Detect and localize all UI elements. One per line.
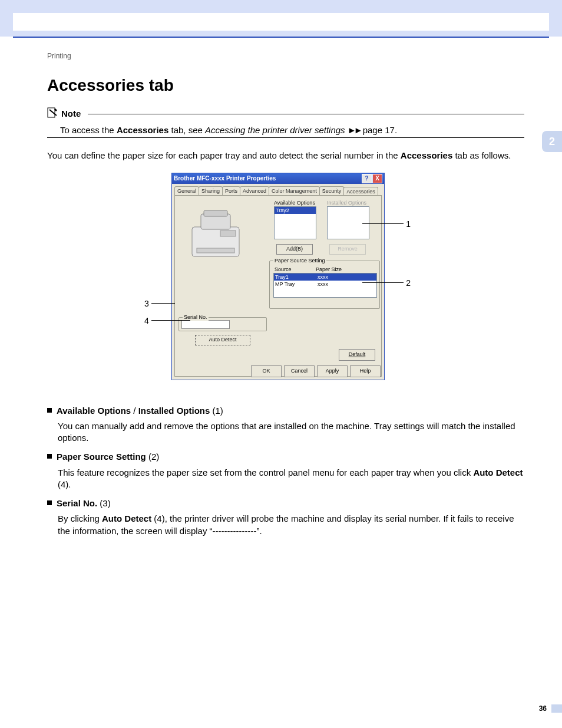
note-body: To access the Accessories tab, see Acces…: [60, 124, 524, 136]
tab-security[interactable]: Security: [319, 186, 345, 195]
table-row[interactable]: Tray1xxxx: [274, 274, 376, 281]
tab-general[interactable]: General: [174, 186, 199, 195]
available-option-item[interactable]: Tray2: [275, 207, 316, 214]
page-number: 36: [539, 704, 547, 713]
window-title: Brother MFC-xxxx Printer Properties: [174, 174, 276, 183]
callout-line: [362, 223, 404, 224]
ok-button[interactable]: OK: [251, 365, 282, 377]
pss-column-source: Source: [275, 266, 292, 273]
callout-1: 1: [406, 219, 411, 230]
callout-3: 3: [144, 298, 149, 309]
svg-rect-3: [204, 210, 227, 216]
page-top-band: [0, 0, 562, 37]
running-head: Printing: [47, 52, 71, 60]
tab-strip: General Sharing Ports Advanced Color Man…: [172, 184, 384, 195]
default-button[interactable]: Default: [339, 349, 375, 361]
callout-line: [151, 320, 190, 321]
auto-detect-button[interactable]: Auto Detect: [195, 335, 250, 345]
tab-color-management[interactable]: Color Management: [269, 186, 320, 195]
tab-accessories[interactable]: Accessories: [343, 187, 378, 196]
paper-source-table[interactable]: Tray1xxxx MP Trayxxxx: [273, 273, 377, 298]
tab-ports[interactable]: Ports: [222, 186, 240, 195]
note-block: Note To access the Accessories tab, see …: [47, 107, 524, 139]
callout-line: [151, 303, 175, 304]
tab-advanced[interactable]: Advanced: [240, 186, 269, 195]
installed-options-label: Installed Options: [327, 199, 366, 206]
callout-line: [362, 282, 404, 283]
page-top-rule: [13, 37, 549, 38]
page-title: Accessories tab: [47, 74, 524, 97]
square-bullet-icon: [47, 454, 52, 459]
serial-number-field[interactable]: [181, 320, 230, 329]
table-row[interactable]: MP Trayxxxx: [274, 281, 376, 288]
page-ref-arrows-icon: ►►: [348, 125, 361, 135]
square-bullet-icon: [47, 500, 52, 505]
dialog-bottom-buttons: OK Cancel Apply Help: [172, 365, 384, 377]
pss-column-papersize: Paper Size: [316, 266, 342, 273]
remove-button: Remove: [329, 244, 366, 255]
list-item: Available Options / Installed Options (1…: [47, 405, 524, 444]
page-number-bar: [551, 704, 562, 713]
paper-source-setting-group: Paper Source Setting Source Paper Size T…: [269, 261, 380, 309]
description-list: Available Options / Installed Options (1…: [47, 405, 524, 537]
tab-panel: Available Options Installed Options Tray…: [174, 195, 382, 377]
help-button[interactable]: Help: [350, 365, 381, 377]
available-options-label: Available Options: [274, 199, 315, 206]
intro-paragraph: You can define the paper size for each p…: [47, 150, 524, 162]
svg-rect-4: [197, 248, 234, 253]
list-item: Paper Source Setting (2) This feature re…: [47, 451, 524, 490]
paper-source-setting-label: Paper Source Setting: [273, 257, 326, 264]
callout-2: 2: [406, 278, 411, 289]
cancel-button[interactable]: Cancel: [284, 365, 315, 377]
printer-illustration: [183, 206, 248, 265]
window-titlebar: Brother MFC-xxxx Printer Properties ? X: [172, 173, 384, 184]
svg-rect-5: [220, 230, 236, 236]
available-options-list[interactable]: Tray2: [274, 206, 316, 239]
list-item: Serial No. (3) By clicking Auto Detect (…: [47, 498, 524, 537]
serial-number-group: Serial No.: [178, 317, 267, 331]
note-icon: [47, 107, 58, 121]
apply-button[interactable]: Apply: [317, 365, 348, 377]
note-label: Note: [61, 108, 81, 120]
window-help-button[interactable]: ?: [362, 174, 372, 183]
add-button[interactable]: Add(B): [276, 244, 313, 255]
screenshot-wrapper: Brother MFC-xxxx Printer Properties ? X …: [144, 173, 427, 391]
square-bullet-icon: [47, 408, 52, 413]
callout-4: 4: [144, 315, 149, 327]
printer-properties-window: Brother MFC-xxxx Printer Properties ? X …: [171, 173, 385, 380]
chapter-tab: 2: [542, 131, 562, 152]
tab-sharing[interactable]: Sharing: [199, 186, 223, 195]
window-close-button[interactable]: X: [372, 174, 382, 183]
